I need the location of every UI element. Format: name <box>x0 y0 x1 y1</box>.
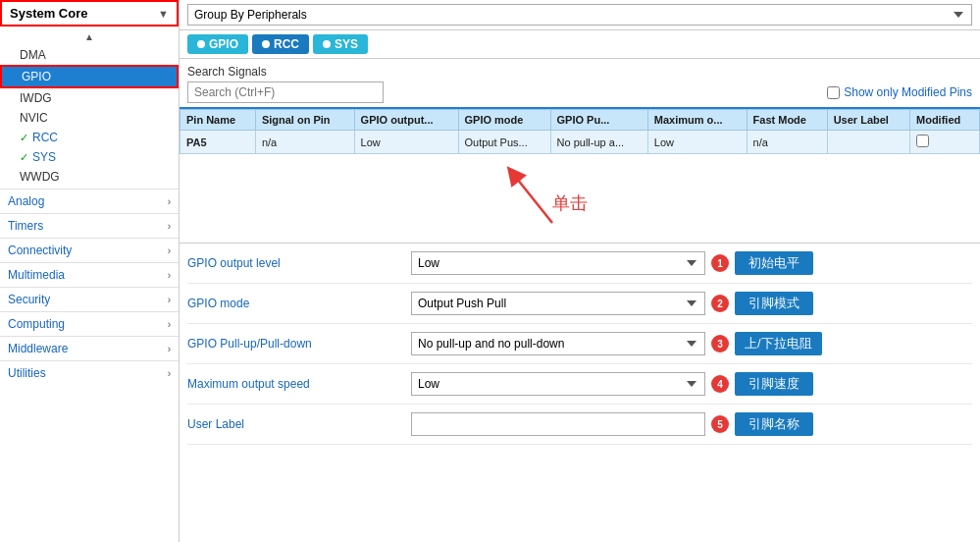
category-label: Connectivity <box>8 244 72 257</box>
tab-sys[interactable]: SYS <box>313 34 368 54</box>
chevron-down-icon: ▼ <box>158 8 169 20</box>
sidebar-item-label: GPIO <box>22 70 51 83</box>
sidebar-item-label: IWDG <box>20 91 52 105</box>
category-label: Security <box>8 293 50 306</box>
signals-table-container: Pin Name Signal on Pin GPIO output... GP… <box>180 107 980 154</box>
chevron-right-icon: › <box>168 295 171 305</box>
cell-gpio-mode: Output Pus... <box>458 131 550 154</box>
badge-4: 4 <box>711 375 729 393</box>
gpio-mode-select[interactable]: Output Push Pull Output Open Drain <box>411 292 705 315</box>
sidebar-title: System Core <box>10 6 87 21</box>
sidebar: System Core ▼ ▲ DMA GPIO IWDG NVIC ✓ RCC… <box>0 0 180 542</box>
sidebar-item-label: SYS <box>32 150 56 164</box>
scroll-up-button[interactable]: ▲ <box>0 28 179 45</box>
gpio-output-level-select[interactable]: Low High <box>411 251 705 275</box>
sidebar-item-gpio[interactable]: GPIO <box>0 65 179 88</box>
tab-label: GPIO <box>209 37 238 51</box>
sidebar-category-middleware[interactable]: Middleware › <box>0 336 179 360</box>
signals-table: Pin Name Signal on Pin GPIO output... GP… <box>180 109 980 154</box>
prop-label-gpio-output-level: GPIO output level <box>187 256 403 270</box>
search-label: Search Signals <box>187 65 972 79</box>
chevron-right-icon: › <box>168 319 171 330</box>
check-icon: ✓ <box>20 132 28 144</box>
annotation-pullup: 上/下拉电阻 <box>735 332 822 355</box>
sidebar-system-core[interactable]: System Core ▼ <box>0 0 179 27</box>
properties-panel: GPIO output level Low High 1 初始电平 GPIO m… <box>180 243 980 542</box>
table-row[interactable]: PA5 n/a Low Output Pus... No pull-up a..… <box>181 131 980 154</box>
category-label: Timers <box>8 219 43 233</box>
show-modified-checkbox[interactable] <box>827 86 840 99</box>
sidebar-item-label: WWDG <box>20 170 60 184</box>
modified-checkbox[interactable] <box>916 135 929 147</box>
cell-modified <box>910 131 980 154</box>
main-content: Group By Peripherals GPIO RCC SYS Search… <box>180 0 980 542</box>
cell-gpio-pu: No pull-up a... <box>550 131 647 154</box>
sidebar-category-utilities[interactable]: Utilities › <box>0 360 179 385</box>
chevron-right-icon: › <box>168 368 171 379</box>
category-label: Multimedia <box>8 268 65 282</box>
category-label: Utilities <box>8 366 46 380</box>
col-gpio-mode: GPIO mode <box>458 110 550 131</box>
tab-gpio[interactable]: GPIO <box>187 34 248 54</box>
col-max-output: Maximum o... <box>647 110 747 131</box>
svg-line-0 <box>513 174 552 223</box>
cell-gpio-output: Low <box>354 131 458 154</box>
cell-user-label <box>827 131 909 154</box>
prop-label-gpio-mode: GPIO mode <box>187 297 403 310</box>
sidebar-category-analog[interactable]: Analog › <box>0 189 179 213</box>
max-speed-select[interactable]: Low Medium High Very High <box>411 372 705 396</box>
category-label: Analog <box>8 194 44 208</box>
category-label: Middleware <box>8 342 68 355</box>
sidebar-item-wwdg[interactable]: WWDG <box>0 167 179 187</box>
tab-dot-icon <box>323 40 331 48</box>
sidebar-category-timers[interactable]: Timers › <box>0 213 179 238</box>
prop-row-max-speed: Maximum output speed Low Medium High Ver… <box>187 364 972 405</box>
cell-signal: n/a <box>255 131 354 154</box>
sidebar-category-connectivity[interactable]: Connectivity › <box>0 238 179 262</box>
prop-row-gpio-output-level: GPIO output level Low High 1 初始电平 <box>187 244 972 284</box>
prop-control-group: 5 引脚名称 <box>411 412 972 436</box>
tab-label: SYS <box>335 37 358 51</box>
sidebar-item-dma[interactable]: DMA <box>0 45 179 65</box>
tabs-bar: GPIO RCC SYS <box>180 30 980 59</box>
cell-max-output: Low <box>647 131 747 154</box>
sidebar-item-nvic[interactable]: NVIC <box>0 108 179 128</box>
search-row: Show only Modified Pins <box>187 81 972 103</box>
gpio-pullup-select[interactable]: No pull-up and no pull-down Pull-up Pull… <box>411 332 705 355</box>
show-modified-label[interactable]: Show only Modified Pins <box>827 85 972 99</box>
user-label-input[interactable] <box>411 412 705 436</box>
sidebar-category-computing[interactable]: Computing › <box>0 311 179 336</box>
sidebar-item-rcc[interactable]: ✓ RCC <box>0 128 179 147</box>
sidebar-category-security[interactable]: Security › <box>0 287 179 311</box>
prop-control-group: No pull-up and no pull-down Pull-up Pull… <box>411 332 972 355</box>
prop-label-gpio-pullup: GPIO Pull-up/Pull-down <box>187 337 403 351</box>
search-input[interactable] <box>187 81 384 103</box>
group-by-select[interactable]: Group By Peripherals <box>187 4 972 26</box>
annotation-pin-name: 引脚名称 <box>735 412 813 436</box>
tab-label: RCC <box>274 37 299 51</box>
cell-pin-name: PA5 <box>181 131 256 154</box>
chevron-right-icon: › <box>168 344 171 354</box>
tab-dot-icon <box>197 40 205 48</box>
annotation-area: 单击 <box>180 154 980 243</box>
annotation-initial-level: 初始电平 <box>735 251 813 275</box>
sidebar-system-core-items: ▲ DMA GPIO IWDG NVIC ✓ RCC ✓ SYS WWDG <box>0 27 179 189</box>
annotation-speed: 引脚速度 <box>735 372 813 396</box>
chevron-right-icon: › <box>168 221 171 232</box>
tab-rcc[interactable]: RCC <box>252 34 309 54</box>
cell-fast-mode: n/a <box>747 131 827 154</box>
sidebar-item-iwdg[interactable]: IWDG <box>0 88 179 108</box>
col-pin-name: Pin Name <box>181 110 256 131</box>
table-header-row: Pin Name Signal on Pin GPIO output... GP… <box>181 110 980 131</box>
sidebar-category-multimedia[interactable]: Multimedia › <box>0 262 179 287</box>
col-signal: Signal on Pin <box>255 110 354 131</box>
annotation-pin-mode: 引脚模式 <box>735 292 813 315</box>
sidebar-item-label: RCC <box>32 131 58 144</box>
prop-control-group: Low High 1 初始电平 <box>411 251 972 275</box>
category-label: Computing <box>8 317 65 331</box>
click-annotation: 单击 <box>552 191 588 215</box>
badge-5: 5 <box>711 415 729 433</box>
sidebar-item-sys[interactable]: ✓ SYS <box>0 147 179 167</box>
top-bar: Group By Peripherals <box>180 0 980 30</box>
chevron-right-icon: › <box>168 196 171 207</box>
